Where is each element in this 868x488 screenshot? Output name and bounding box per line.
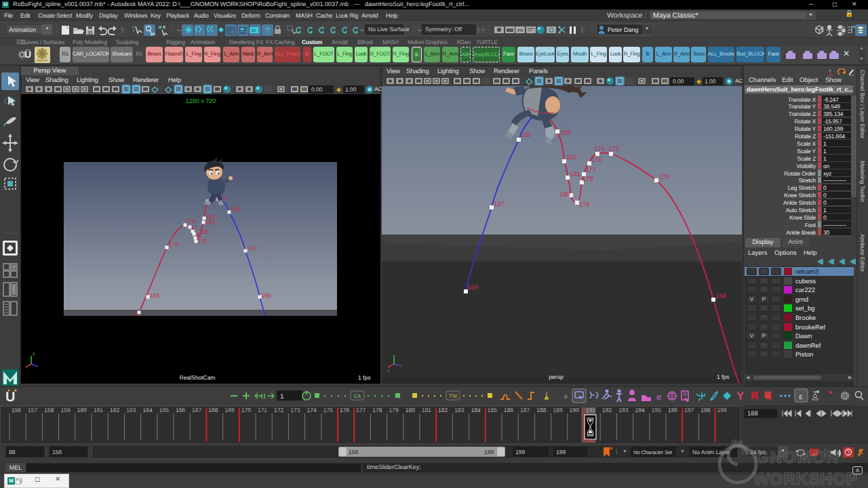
svg-text:25: 25	[252, 28, 256, 33]
svg-text:180: 180	[199, 228, 208, 235]
svg-text:172: 172	[608, 146, 619, 153]
svg-text:182: 182	[566, 154, 577, 161]
svg-text:171: 171	[258, 407, 267, 413]
svg-text:173: 173	[290, 407, 300, 413]
svg-text:181: 181	[570, 171, 580, 178]
svg-text:191: 191	[585, 438, 595, 444]
svg-text:183: 183	[454, 407, 464, 413]
svg-text:199: 199	[261, 292, 271, 299]
svg-text:the: the	[732, 439, 743, 447]
svg-text:157: 157	[28, 407, 37, 413]
svg-text:172: 172	[274, 407, 283, 413]
svg-text:U: U	[5, 390, 15, 405]
svg-text:174: 174	[594, 146, 605, 153]
svg-text:184: 184	[471, 407, 481, 413]
svg-text:195: 195	[652, 407, 661, 413]
svg-text:162: 162	[110, 407, 119, 413]
svg-text:176: 176	[591, 157, 602, 164]
svg-text:164: 164	[143, 407, 153, 413]
svg-text:y: y	[33, 352, 35, 357]
svg-text:e: e	[656, 392, 661, 402]
svg-text:159: 159	[61, 407, 71, 413]
svg-text:197: 197	[248, 245, 257, 251]
svg-text:188: 188	[536, 407, 546, 413]
svg-text:182: 182	[206, 214, 216, 220]
svg-text:187: 187	[520, 407, 530, 413]
svg-text:170: 170	[659, 174, 670, 181]
svg-text:180: 180	[406, 407, 415, 413]
svg-text:177: 177	[356, 407, 366, 413]
svg-text:194: 194	[635, 407, 645, 413]
svg-text:165: 165	[159, 407, 169, 413]
svg-text:168: 168	[150, 292, 159, 299]
svg-text:195: 195	[520, 131, 531, 139]
svg-text:179: 179	[389, 407, 399, 413]
svg-text:197: 197	[684, 407, 694, 413]
svg-text:EA: EA	[354, 393, 361, 399]
svg-text:174: 174	[186, 218, 195, 224]
svg-text:persp: persp	[549, 373, 564, 380]
svg-text:186: 186	[504, 407, 513, 413]
svg-text:158: 158	[44, 407, 54, 413]
svg-text:196: 196	[668, 407, 677, 413]
svg-text:9: 9	[564, 394, 568, 400]
svg-text:198: 198	[701, 407, 710, 413]
svg-text:192: 192	[602, 407, 612, 413]
svg-text:IPR: IPR	[517, 29, 523, 33]
svg-text:180: 180	[559, 191, 570, 199]
svg-text:170: 170	[241, 407, 251, 413]
svg-text:168: 168	[208, 407, 218, 413]
svg-text:170: 170	[169, 241, 178, 248]
svg-text:197: 197	[494, 201, 505, 208]
svg-text:168: 168	[715, 293, 726, 300]
svg-text:161: 161	[94, 407, 103, 413]
svg-text:868 x 488: 868 x 488	[186, 98, 216, 104]
svg-text:160: 160	[77, 407, 87, 413]
svg-text:RealShotCam: RealShotCam	[180, 374, 216, 381]
svg-text:17: 17	[191, 224, 198, 231]
svg-text:174: 174	[307, 407, 317, 413]
svg-text:191: 191	[586, 407, 595, 413]
svg-text:169: 169	[225, 407, 235, 413]
svg-text:179: 179	[197, 238, 207, 245]
svg-text:185: 185	[488, 407, 497, 413]
svg-text:182: 182	[438, 407, 448, 413]
svg-text:156: 156	[12, 407, 21, 413]
svg-text:190: 190	[570, 407, 579, 413]
svg-text:166: 166	[176, 407, 185, 413]
svg-text:x: x	[387, 369, 390, 373]
svg-text:199: 199	[717, 407, 727, 413]
svg-text:1: 1	[280, 393, 284, 401]
svg-text:185: 185	[560, 129, 571, 137]
svg-text:175: 175	[323, 407, 333, 413]
svg-text:1 fps: 1 fps	[717, 373, 729, 380]
svg-text:TW: TW	[449, 393, 458, 399]
svg-text:163: 163	[126, 407, 136, 413]
svg-text:WORKSHOP: WORKSHOP	[753, 470, 858, 488]
svg-text:178: 178	[583, 176, 593, 183]
svg-text:167: 167	[192, 407, 201, 413]
svg-text:177: 177	[585, 167, 596, 174]
svg-text:195: 195	[231, 206, 240, 213]
svg-text:ε: ε	[799, 392, 803, 401]
svg-text:181: 181	[422, 407, 431, 413]
svg-text:1 fps: 1 fps	[358, 374, 370, 381]
svg-text:tween: tween	[37, 59, 47, 63]
svg-text:176: 176	[340, 407, 349, 413]
svg-text:193: 193	[618, 407, 628, 413]
svg-text:179: 179	[579, 201, 590, 209]
svg-text:GNOMON: GNOMON	[755, 448, 840, 467]
svg-text:178: 178	[372, 407, 382, 413]
svg-text:199: 199	[467, 284, 478, 291]
svg-text:?: ?	[265, 26, 270, 35]
svg-text:189: 189	[553, 407, 563, 413]
